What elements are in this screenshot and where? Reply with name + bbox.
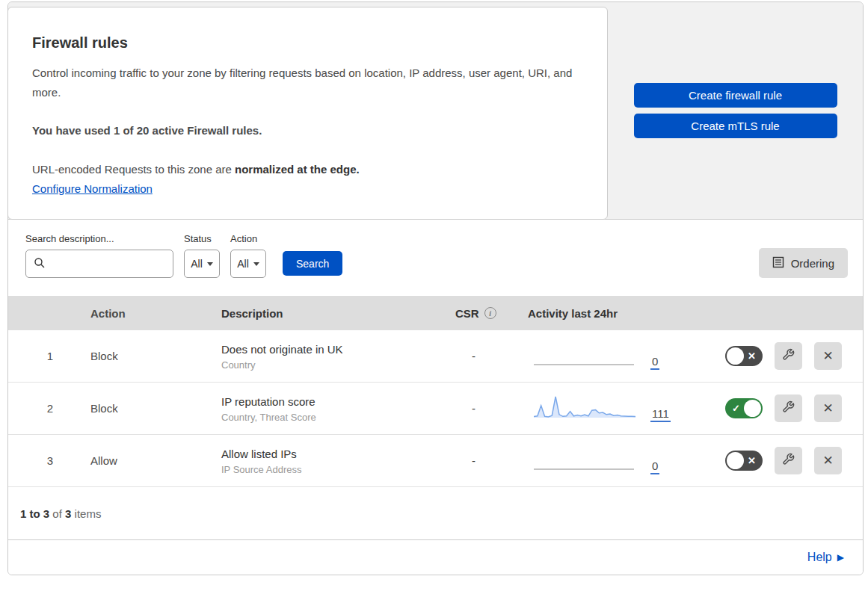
filter-bar: Search description... Status All Action … <box>8 220 863 296</box>
rule-description: Allow listed IPs <box>221 446 434 462</box>
create-firewall-rule-button[interactable]: Create firewall rule <box>634 83 837 108</box>
page-title: Firewall rules <box>32 34 577 52</box>
search-input[interactable] <box>25 250 173 278</box>
items-range: 1 to 3 <box>20 507 49 520</box>
toggle-state-icon: ✕ <box>748 451 756 471</box>
close-icon: ✕ <box>822 348 833 364</box>
rule-csr-value: - <box>434 402 513 415</box>
items-text: items <box>71 507 101 520</box>
action-select-value: All <box>237 258 249 270</box>
activity-count-link[interactable]: 0 <box>650 355 659 370</box>
rule-description-cell: Does not originate in UK Country <box>206 341 434 371</box>
status-select[interactable]: All <box>184 250 220 278</box>
toggle-knob <box>727 452 744 469</box>
column-description: Description <box>206 307 434 320</box>
rule-description: IP reputation score <box>221 394 434 409</box>
configure-normalization-link[interactable]: Configure Normalization <box>32 182 153 195</box>
rule-action: Block <box>76 350 206 362</box>
arrow-right-icon: ▶ <box>837 553 844 562</box>
column-action: Action <box>76 307 206 320</box>
activity-count-link[interactable]: 111 <box>650 407 671 422</box>
ordering-list-icon <box>772 256 784 270</box>
header-section: Firewall rules Control incoming traffic … <box>8 2 863 220</box>
toggle-knob <box>727 347 744 365</box>
delete-rule-button[interactable]: ✕ <box>814 394 842 422</box>
help-link[interactable]: Help ▶ <box>807 551 844 564</box>
rule-description-cell: IP reputation score Country, Threat Scor… <box>206 394 434 423</box>
rule-activity-cell: 111 <box>513 395 685 422</box>
edit-rule-button[interactable] <box>775 394 802 422</box>
table-row: 1 Block Does not originate in UK Country… <box>8 330 863 383</box>
delete-rule-button[interactable]: ✕ <box>814 447 842 474</box>
table-row: 2 Block IP reputation score Country, Thr… <box>8 383 863 435</box>
normalization-prefix: URL-encoded Requests to this zone are <box>32 163 235 176</box>
wrench-icon <box>782 348 795 365</box>
edit-rule-button[interactable] <box>775 342 802 370</box>
page-description: Control incoming traffic to your zone by… <box>32 64 577 102</box>
status-label: Status <box>184 233 220 244</box>
action-label: Action <box>230 233 266 244</box>
activity-sparkline <box>528 343 640 370</box>
chevron-down-icon <box>207 262 213 266</box>
toggle-state-icon: ✓ <box>732 398 740 418</box>
search-button[interactable]: Search <box>283 251 342 276</box>
close-icon: ✕ <box>822 400 833 416</box>
activity-count-link[interactable]: 0 <box>650 460 659 474</box>
rule-csr-value: - <box>434 454 513 467</box>
rule-enabled-toggle[interactable]: ✕ <box>725 451 763 471</box>
ordering-button[interactable]: Ordering <box>759 248 848 278</box>
search-icon <box>34 257 46 271</box>
activity-sparkline <box>528 395 640 422</box>
status-field-group: Status All <box>184 233 220 278</box>
rule-controls: ✕ ✕ <box>685 447 863 474</box>
rule-fields: Country <box>221 359 434 371</box>
wrench-icon <box>782 400 795 417</box>
toggle-knob <box>744 400 761 417</box>
normalization-line: URL-encoded Requests to this zone are no… <box>32 160 577 179</box>
column-activity: Activity last 24hr <box>513 307 685 320</box>
rule-enabled-toggle[interactable]: ✕ <box>725 346 763 366</box>
chevron-down-icon <box>253 262 259 266</box>
activity-sparkline <box>528 448 640 474</box>
rule-description-cell: Allow listed IPs IP Source Address <box>206 446 434 475</box>
normalization-bold: normalized at the edge. <box>235 163 360 176</box>
rule-action: Allow <box>76 454 206 467</box>
rule-fields: IP Source Address <box>221 464 434 475</box>
edit-rule-button[interactable] <box>775 447 802 474</box>
action-select[interactable]: All <box>230 250 266 278</box>
activity-flatline <box>534 468 634 470</box>
action-field-group: Action All <box>230 233 266 278</box>
create-mtls-rule-button[interactable]: Create mTLS rule <box>634 114 837 138</box>
rule-controls: ✕ ✕ <box>685 342 863 370</box>
rule-priority: 2 <box>8 402 76 415</box>
help-link-label: Help <box>807 551 832 564</box>
cta-panel: Create firewall rule Create mTLS rule <box>608 2 863 219</box>
wrench-icon <box>782 453 795 469</box>
table-header: Action Description CSR i Activity last 2… <box>8 296 863 330</box>
info-icon[interactable]: i <box>484 307 496 319</box>
rule-activity-cell: 0 <box>513 448 685 474</box>
rule-enabled-toggle[interactable]: ✓ <box>725 398 763 418</box>
rule-controls: ✓ ✕ <box>685 394 863 422</box>
column-csr-label: CSR <box>455 307 479 320</box>
intro-card: Firewall rules Control incoming traffic … <box>7 7 608 220</box>
search-field-group: Search description... <box>25 233 173 278</box>
help-bar: Help ▶ <box>8 540 863 575</box>
close-icon: ✕ <box>822 453 833 468</box>
usage-line: You have used 1 of 20 active Firewall ru… <box>32 121 577 140</box>
of-text: of <box>49 507 65 520</box>
rule-description: Does not originate in UK <box>221 341 434 357</box>
rule-csr-value: - <box>434 350 513 362</box>
pagination-summary: 1 to 3 of 3 items <box>8 487 863 540</box>
firewall-rules-panel: Firewall rules Control incoming traffic … <box>7 1 864 575</box>
table-row: 3 Allow Allow listed IPs IP Source Addre… <box>8 435 863 487</box>
toggle-state-icon: ✕ <box>748 346 756 366</box>
activity-flatline <box>534 364 634 365</box>
column-csr: CSR i <box>434 307 513 320</box>
delete-rule-button[interactable]: ✕ <box>814 342 842 370</box>
rule-action: Block <box>76 402 206 415</box>
ordering-button-label: Ordering <box>791 257 834 270</box>
status-select-value: All <box>191 258 203 270</box>
rule-priority: 3 <box>8 454 76 467</box>
rule-activity-cell: 0 <box>513 343 685 370</box>
